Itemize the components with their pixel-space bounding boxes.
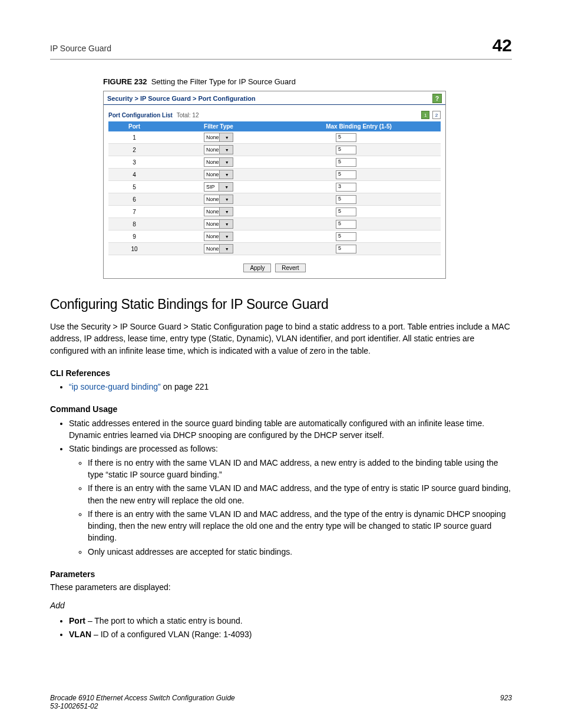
max-cell: 5 — [277, 169, 441, 181]
help-icon[interactable]: ? — [432, 94, 442, 103]
max-binding-input[interactable]: 5 — [336, 207, 356, 216]
max-cell: 5 — [277, 206, 441, 218]
max-binding-input[interactable]: 5 — [336, 220, 356, 229]
list-header: Port Configuration List Total: 12 1 2 — [104, 105, 445, 121]
filter-type-select[interactable]: None▼ — [204, 133, 233, 142]
filter-type-select[interactable]: SIP▼ — [204, 182, 233, 192]
footer-docnum: 53-1002651-02 — [50, 702, 98, 710]
usage-item: Static addresses entered in the source g… — [69, 417, 512, 442]
max-cell: 3 — [277, 181, 441, 193]
chevron-down-icon: ▼ — [219, 220, 233, 228]
filter-type-select[interactable]: None▼ — [204, 244, 233, 253]
param-item: Port – The port to which a static entry … — [69, 615, 512, 627]
filter-type-select[interactable]: None▼ — [204, 232, 233, 241]
chevron-down-icon: ▼ — [219, 158, 233, 166]
max-cell: 5 — [277, 218, 441, 230]
max-cell: 5 — [277, 131, 441, 144]
command-usage-heading: Command Usage — [50, 403, 512, 415]
max-binding-input[interactable]: 5 — [336, 195, 356, 204]
port-cell: 2 — [108, 144, 160, 156]
chevron-down-icon: ▼ — [219, 170, 233, 179]
filter-cell: None▼ — [160, 230, 277, 243]
max-cell: 5 — [277, 156, 441, 169]
usage-item: Static bindings are processed as follows… — [69, 443, 512, 558]
page-2-button[interactable]: 2 — [432, 111, 441, 119]
cli-link-suffix: on page 221 — [161, 382, 209, 391]
table-row: 6None▼5 — [108, 193, 441, 206]
parameters-subhead: Add — [50, 599, 512, 611]
col-max: Max Binding Entry (1-5) — [277, 121, 441, 131]
filter-cell: None▼ — [160, 131, 277, 144]
chevron-down-icon: ▼ — [219, 195, 233, 203]
filter-type-select[interactable]: None▼ — [204, 219, 233, 229]
page-header: IP Source Guard 42 — [50, 35, 512, 60]
max-binding-input[interactable]: 5 — [336, 245, 356, 253]
filter-cell: None▼ — [160, 243, 277, 255]
figure-caption: FIGURE 232 Setting the Filter Type for I… — [103, 77, 512, 86]
port-cell: 8 — [108, 218, 160, 230]
filter-type-select[interactable]: None▼ — [204, 157, 233, 167]
table-row: 7None▼5 — [108, 206, 441, 218]
chevron-down-icon: ▼ — [219, 183, 233, 191]
max-binding-input[interactable]: 5 — [336, 232, 356, 241]
max-binding-input[interactable]: 5 — [336, 170, 356, 179]
figure-caption-text: Setting the Filter Type for IP Source Gu… — [151, 77, 296, 86]
col-filter: Filter Type — [160, 121, 277, 131]
body-content: Use the Security > IP Source Guard > Sta… — [50, 321, 512, 641]
filter-cell: None▼ — [160, 218, 277, 230]
param-item: VLAN – ID of a configured VLAN (Range: 1… — [69, 628, 512, 640]
ui-screenshot: Security > IP Source Guard > Port Config… — [103, 91, 446, 279]
usage-sub-item: If there is an entry with the same VLAN … — [88, 482, 512, 506]
port-cell: 4 — [108, 169, 160, 181]
chevron-down-icon: ▼ — [219, 232, 233, 241]
breadcrumb: Security > IP Source Guard > Port Config… — [104, 91, 445, 105]
max-binding-input[interactable]: 5 — [336, 158, 356, 167]
chapter-number: 42 — [492, 35, 512, 55]
pager: 1 2 — [420, 111, 441, 119]
page-1-button[interactable]: 1 — [421, 111, 429, 119]
cli-ref-item: “ip source-guard binding” on page 221 — [69, 381, 512, 393]
table-row: 3None▼5 — [108, 156, 441, 169]
filter-type-select[interactable]: None▼ — [204, 145, 233, 154]
table-row: 5SIP▼3 — [108, 181, 441, 193]
table-row: 9None▼5 — [108, 230, 441, 243]
chevron-down-icon: ▼ — [219, 245, 233, 253]
usage-sub-item: Only unicast addresses are accepted for … — [88, 546, 512, 558]
filter-type-select[interactable]: None▼ — [204, 207, 233, 216]
cli-link[interactable]: “ip source-guard binding” — [69, 382, 161, 391]
table-row: 1None▼5 — [108, 131, 441, 144]
max-binding-input[interactable]: 3 — [336, 183, 356, 192]
col-port: Port — [108, 121, 160, 131]
figure-label: FIGURE 232 — [103, 77, 147, 86]
port-cell: 7 — [108, 206, 160, 218]
port-cell: 3 — [108, 156, 160, 169]
max-cell: 5 — [277, 193, 441, 206]
filter-cell: SIP▼ — [160, 181, 277, 193]
page-footer: Brocade 6910 Ethernet Access Switch Conf… — [50, 694, 512, 710]
port-cell: 10 — [108, 243, 160, 255]
max-binding-input[interactable]: 5 — [336, 133, 356, 142]
chevron-down-icon: ▼ — [219, 146, 233, 154]
port-cell: 5 — [108, 181, 160, 193]
port-cell: 6 — [108, 193, 160, 206]
table-row: 10None▼5 — [108, 243, 441, 255]
table-row: 8None▼5 — [108, 218, 441, 230]
port-config-table: Port Filter Type Max Binding Entry (1-5)… — [108, 121, 441, 255]
intro-paragraph: Use the Security > IP Source Guard > Sta… — [50, 321, 512, 357]
table-row: 4None▼5 — [108, 169, 441, 181]
filter-type-select[interactable]: None▼ — [204, 195, 233, 204]
chevron-down-icon: ▼ — [219, 133, 233, 141]
filter-cell: None▼ — [160, 156, 277, 169]
revert-button[interactable]: Revert — [275, 263, 305, 272]
port-cell: 1 — [108, 131, 160, 144]
filter-cell: None▼ — [160, 193, 277, 206]
footer-title: Brocade 6910 Ethernet Access Switch Conf… — [50, 694, 235, 702]
max-binding-input[interactable]: 5 — [336, 146, 356, 154]
filter-type-select[interactable]: None▼ — [204, 170, 233, 179]
table-row: 2None▼5 — [108, 144, 441, 156]
footer-page: 923 — [500, 694, 512, 710]
section-heading: Configuring Static Bindings for IP Sourc… — [50, 297, 512, 312]
cli-references-heading: CLI References — [50, 367, 512, 379]
apply-button[interactable]: Apply — [243, 263, 271, 272]
chevron-down-icon: ▼ — [219, 207, 233, 216]
